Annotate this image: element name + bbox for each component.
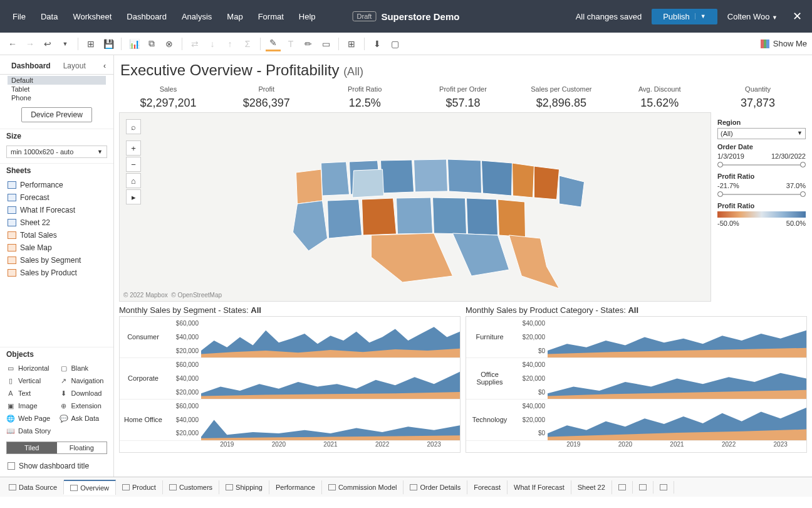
- fit-icon[interactable]: ▭: [318, 36, 333, 51]
- map-search-icon[interactable]: ⌕: [126, 119, 141, 134]
- datasource-icon: [9, 484, 16, 490]
- chart-segment: Monthly Sales by Segment - States: All C…: [119, 305, 461, 447]
- titlebar: File Data Worksheet Dashboard Analysis M…: [0, 0, 812, 33]
- chart-segment-xaxis: 20192020202120222023: [120, 441, 460, 452]
- tab-layout[interactable]: Layout: [57, 58, 92, 74]
- obj-text[interactable]: AText: [5, 388, 56, 399]
- close-icon[interactable]: ✕: [788, 9, 807, 23]
- save-status: All changes saved: [576, 12, 642, 21]
- obj-askdata[interactable]: 💬Ask Data: [58, 413, 109, 424]
- download-icon[interactable]: ⬇: [370, 36, 385, 51]
- tab-product[interactable]: Product: [116, 480, 163, 494]
- menu-analysis[interactable]: Analysis: [174, 8, 219, 25]
- filter-region-select[interactable]: (All)▼: [717, 128, 806, 139]
- sheet-whatif[interactable]: What If Forecast: [5, 204, 108, 216]
- tab-data-source[interactable]: Data Source: [3, 480, 64, 494]
- menu-worksheet[interactable]: Worksheet: [65, 8, 119, 25]
- new-sheet-icon[interactable]: 📊: [127, 36, 142, 51]
- tab-customers[interactable]: Customers: [163, 480, 219, 494]
- menu-help[interactable]: Help: [291, 8, 323, 25]
- obj-horizontal[interactable]: ▭Horizontal: [5, 362, 56, 374]
- collapse-sidebar-icon[interactable]: ‹: [101, 59, 108, 73]
- map-pan-icon[interactable]: ▸: [126, 189, 141, 204]
- device-preview-button[interactable]: Device Preview: [21, 107, 92, 122]
- menu-map[interactable]: Map: [219, 8, 250, 25]
- highlight-icon[interactable]: ✎: [266, 36, 281, 51]
- undo-icon[interactable]: ←: [5, 36, 20, 51]
- new-dashboard-icon: [639, 484, 647, 490]
- map-viz[interactable]: ⌕ + − ⌂ ▸ © 2022 Mapbox © OpenStreetMap: [119, 112, 711, 302]
- save-icon[interactable]: 💾: [101, 36, 116, 51]
- size-select[interactable]: min 1000x620 - auto▼: [6, 146, 107, 158]
- menu-format[interactable]: Format: [251, 8, 291, 25]
- new-data-icon[interactable]: ⊞: [83, 36, 98, 51]
- row-corporate: Corporate: [120, 358, 167, 399]
- publish-dropdown-icon[interactable]: ▼: [695, 13, 706, 19]
- tab-commission[interactable]: Commission Model: [322, 480, 404, 494]
- obj-download[interactable]: ⬇Download: [58, 388, 109, 399]
- sheet-total-sales[interactable]: Total Sales: [5, 229, 108, 241]
- obj-blank[interactable]: ▢Blank: [58, 362, 109, 374]
- tab-order-details[interactable]: Order Details: [403, 480, 467, 494]
- clear-icon[interactable]: ⊗: [162, 36, 177, 51]
- new-dashboard-button[interactable]: [633, 481, 653, 494]
- device-phone[interactable]: Phone: [8, 93, 106, 102]
- presentation-icon[interactable]: ▢: [387, 36, 402, 51]
- dropdown-icon[interactable]: ▼: [58, 36, 73, 51]
- show-me-button[interactable]: Show Me: [761, 39, 807, 48]
- user-menu[interactable]: Colten Woo ▼: [727, 12, 778, 21]
- device-default[interactable]: Default: [8, 76, 106, 85]
- menu-data[interactable]: Data: [33, 8, 65, 25]
- filter-date-slider[interactable]: [717, 161, 806, 169]
- show-me-icon[interactable]: ⊞: [344, 36, 359, 51]
- format-icon[interactable]: ✏: [301, 36, 316, 51]
- sort-asc-icon[interactable]: ↓: [205, 36, 220, 51]
- tab-performance[interactable]: Performance: [269, 480, 322, 494]
- publish-button[interactable]: Publish▼: [652, 9, 717, 24]
- filter-profit-slider[interactable]: [717, 191, 806, 198]
- sort-desc-icon[interactable]: ↑: [222, 36, 237, 51]
- redo-icon[interactable]: →: [23, 36, 38, 51]
- menu-dashboard[interactable]: Dashboard: [119, 8, 174, 25]
- menu-file[interactable]: File: [5, 8, 33, 25]
- sheet-forecast[interactable]: Forecast: [5, 191, 108, 204]
- tab-dashboard[interactable]: Dashboard: [5, 58, 57, 74]
- sheet-22[interactable]: Sheet 22: [5, 216, 108, 229]
- metric-quantity: Quantity37,873: [709, 85, 807, 110]
- show-title-checkbox[interactable]: Show dashboard title: [0, 458, 113, 474]
- tab-overview[interactable]: Overview: [64, 480, 116, 495]
- sheet-performance[interactable]: Performance: [5, 179, 108, 191]
- map-zoom-out-icon[interactable]: −: [126, 157, 141, 172]
- webpage-icon: 🌐: [6, 415, 15, 422]
- revert-icon[interactable]: ↩: [40, 36, 55, 51]
- floating-button[interactable]: Floating: [57, 442, 107, 453]
- new-story-button[interactable]: [653, 481, 674, 494]
- row-consumer: Consumer: [120, 317, 167, 357]
- obj-image[interactable]: ▣Image: [5, 400, 56, 411]
- obj-webpage[interactable]: 🌐Web Page: [5, 413, 56, 424]
- map-home-icon[interactable]: ⌂: [126, 173, 141, 188]
- sheet-icon: [8, 269, 16, 277]
- askdata-icon: 💬: [60, 415, 68, 422]
- sheet-sale-map[interactable]: Sale Map: [5, 241, 108, 254]
- obj-vertical[interactable]: ▯Vertical: [5, 375, 56, 386]
- swap-icon[interactable]: ⇄: [187, 36, 202, 51]
- obj-datastory[interactable]: 📖Data Story: [5, 425, 56, 437]
- map-zoom-in-icon[interactable]: +: [126, 140, 141, 156]
- sheet-sales-segment[interactable]: Sales by Segment: [5, 254, 108, 267]
- obj-navigation[interactable]: ↗Navigation: [58, 375, 109, 386]
- obj-extension[interactable]: ⊕Extension: [58, 400, 109, 411]
- new-sheet-button[interactable]: [612, 481, 633, 494]
- tab-sheet22[interactable]: Sheet 22: [571, 480, 612, 494]
- totals-icon[interactable]: Σ: [240, 36, 255, 51]
- tab-forecast[interactable]: Forecast: [467, 480, 508, 494]
- tab-shipping[interactable]: Shipping: [219, 480, 269, 494]
- tiled-button[interactable]: Tiled: [7, 442, 57, 453]
- sheet-icon: [8, 244, 16, 251]
- labels-icon[interactable]: T: [283, 36, 298, 51]
- duplicate-icon[interactable]: ⧉: [144, 36, 159, 51]
- chart-category: Monthly Sales by Product Category - Stat…: [466, 305, 807, 447]
- tab-whatif[interactable]: What If Forecast: [508, 480, 571, 494]
- sheet-sales-product[interactable]: Sales by Product: [5, 267, 108, 279]
- device-tablet[interactable]: Tablet: [8, 85, 106, 93]
